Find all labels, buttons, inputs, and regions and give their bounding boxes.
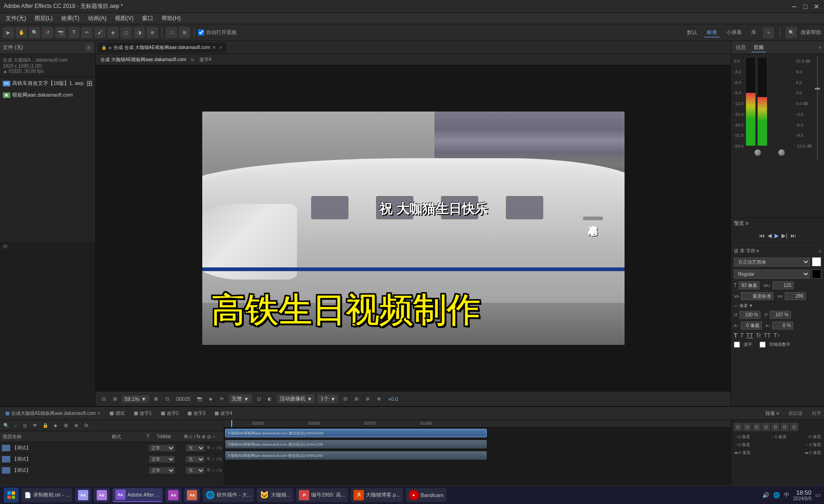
tool-pen[interactable]: ✏	[81, 27, 92, 38]
start-button[interactable]	[4, 488, 19, 503]
taskbar-ppt[interactable]: P 编号2955: 高...	[296, 488, 348, 502]
taskbar-bandicam[interactable]: ● Bandicam	[406, 488, 447, 502]
minimize-button[interactable]: ─	[790, 3, 798, 10]
tl-tab-gz4[interactable]: 改字4	[212, 409, 235, 418]
channels-dropdown[interactable]: 1个 ▼	[318, 394, 338, 403]
tool-align[interactable]: ⊞	[179, 27, 190, 38]
indo-checkbox[interactable]	[760, 342, 766, 348]
tool-brush[interactable]: 🖌	[94, 27, 106, 38]
tl-tool-collapse[interactable]: ⊞	[62, 421, 70, 430]
li-solo-3[interactable]: 单	[206, 467, 211, 473]
workspace-more[interactable]: »	[763, 27, 774, 38]
li-star-3[interactable]: ☆	[212, 468, 215, 473]
layer-trkmat-3[interactable]: 无	[186, 467, 205, 474]
tool-shape[interactable]: □	[166, 27, 177, 38]
tsume-input[interactable]	[772, 322, 793, 329]
workspace-library[interactable]: 库	[748, 28, 759, 37]
tl-tab-gz2[interactable]: 改字2	[158, 409, 182, 418]
taskbar-ae1[interactable]: Ae	[75, 488, 91, 502]
tl-tool-solo[interactable]: ◎	[21, 421, 29, 430]
track-clip-1[interactable]: 大咖猫AE模板网aae.dakamao8.com 微信或QQ:60941256	[225, 429, 487, 437]
tray-network-icon[interactable]: 🌐	[773, 492, 780, 498]
tool-rotate[interactable]: ↺	[42, 27, 53, 38]
layer-trkmat-1[interactable]: 无	[186, 445, 205, 451]
tl-tool-lock[interactable]: 🔒	[41, 421, 50, 430]
preview-area[interactable]: 祝 大咖猫生日快乐 心想事成 高铁生日视频制作	[96, 65, 731, 391]
track-clip-2[interactable]: 大咖猫AE模板网aae.dakamao8.com 微信或QQ:60941256	[225, 440, 487, 448]
tool-text[interactable]: T	[68, 27, 79, 38]
menu-animation[interactable]: 动画(A)	[84, 14, 110, 23]
preview-ctrl-3d[interactable]: ⊗	[375, 395, 383, 403]
layer-row-3[interactable]: 【调试】 正常 无 单 ☆ / fx	[0, 465, 224, 476]
layer-mode-3[interactable]: 正常	[149, 467, 175, 474]
preview-ctrl-fit[interactable]: ⊠	[152, 395, 160, 403]
taskbar-ae-adobe[interactable]: Ae Adobe After ...	[113, 488, 163, 502]
layer-trkmat-2[interactable]: 无	[186, 456, 205, 462]
tl-tool-eye[interactable]: 👁	[31, 421, 39, 430]
tall-caps-btn[interactable]: TT	[764, 332, 771, 339]
workspace-standard[interactable]: 标准	[704, 28, 720, 37]
prev-skip-start[interactable]: ⏮	[759, 232, 765, 239]
preview-ctrl-tgl[interactable]: ⊡	[255, 395, 263, 403]
tl-tab-gz3[interactable]: 改字3	[185, 409, 208, 418]
tl-tool-fx[interactable]: fx	[82, 421, 91, 430]
system-clock[interactable]: 18:50 2024/8/9	[793, 489, 811, 501]
layer-mode-1[interactable]: 正常	[149, 445, 175, 451]
project-item-aep[interactable]: AE 高铁车身改文字【18版】1. aep ⊞	[0, 77, 95, 90]
prev-fwd-frame[interactable]: ▶|	[781, 232, 787, 239]
taskbar-ae4[interactable]: Ae	[165, 488, 181, 502]
menu-window[interactable]: 窗口	[138, 14, 157, 23]
prev-skip-end[interactable]: ⏭	[790, 232, 796, 239]
color-swatch-black[interactable]	[812, 269, 821, 279]
vscale-input[interactable]	[739, 311, 760, 319]
tool-hand[interactable]: ✋	[16, 27, 27, 38]
tl-tab-debug[interactable]: 调试	[107, 409, 128, 418]
tray-ime-icon[interactable]: 中	[784, 491, 789, 499]
auto-open-checkbox[interactable]	[198, 29, 204, 35]
preview-ctrl-mask[interactable]: ◈	[206, 395, 215, 403]
tracking-input[interactable]	[773, 281, 794, 289]
align-center-btn[interactable]: ⊡	[743, 423, 752, 431]
preview-ctrl-grid[interactable]: ⊡	[163, 395, 171, 403]
leading-input[interactable]	[741, 292, 774, 300]
font-style-select[interactable]: Regular	[734, 270, 810, 279]
subtab-gaizip4[interactable]: 改字4	[198, 56, 213, 64]
subtab-main[interactable]: 合成 大咖猫AE模板网aae.dakamao8.com	[99, 56, 188, 64]
maximize-button[interactable]: □	[802, 3, 809, 10]
track-clip-3[interactable]: 大咖猫AE模板网aae.dakamao8.com 微信或QQ:60941256	[225, 451, 487, 460]
preview-ctrl-draft[interactable]: ⟳	[218, 395, 226, 403]
menu-layer[interactable]: 图层(L)	[31, 14, 57, 23]
playhead[interactable]	[231, 420, 232, 427]
zoom-dropdown[interactable]: 59.1% ▼	[122, 395, 149, 403]
tl-tool-motion[interactable]: ⊕	[72, 421, 80, 430]
project-menu[interactable]: ≡	[85, 44, 92, 51]
preview-ctrl-roi[interactable]: ⊟	[341, 395, 349, 403]
tl-search[interactable]: 🔍	[2, 421, 10, 430]
li-fx-1[interactable]: fx	[219, 446, 222, 450]
hscale-input[interactable]	[770, 311, 791, 319]
menu-file[interactable]: 文件(无)	[2, 14, 30, 23]
align-top-btn[interactable]: ⊡	[762, 423, 770, 431]
taskbar-cat[interactable]: 🐱 大咖猫...	[257, 488, 293, 502]
tool-clone[interactable]: ◈	[107, 27, 119, 38]
tsc-btn[interactable]: Tr	[756, 332, 761, 339]
preview-ctrl-color[interactable]: ◐	[266, 395, 274, 403]
tsup-btn[interactable]: T↑	[774, 332, 780, 339]
search-icon[interactable]: 🔍	[786, 27, 797, 38]
layer-row-2[interactable]: 【调试】 正常 无 单 ☆ / fx	[0, 454, 224, 465]
layer-mode-2[interactable]: 正常	[149, 456, 175, 462]
taskbar-ae2[interactable]: Ae	[94, 488, 110, 502]
preview-ctrl-region[interactable]: ⊡	[99, 395, 108, 403]
align-bottom-btn[interactable]: ⊡	[781, 423, 789, 431]
workspace-smallscreen[interactable]: 小屏幕	[724, 28, 745, 37]
preview-ctrl-camera-icon[interactable]: 📷	[195, 395, 204, 403]
taskbar-txt[interactable]: 📄 录制教程.txt - ...	[21, 488, 72, 502]
align-left-btn[interactable]: ⊡	[734, 423, 742, 431]
comp-tab-close[interactable]: ✕	[212, 45, 216, 50]
li-solo-2[interactable]: 单	[206, 456, 211, 462]
italic-btn[interactable]: T	[740, 332, 743, 339]
tl-tab-gz1[interactable]: 改字1	[131, 409, 155, 418]
ttu-btn[interactable]: TT	[746, 332, 753, 339]
tool-roto[interactable]: ◑	[134, 27, 145, 38]
font-select[interactable]: 方正综艺简体	[734, 258, 810, 266]
